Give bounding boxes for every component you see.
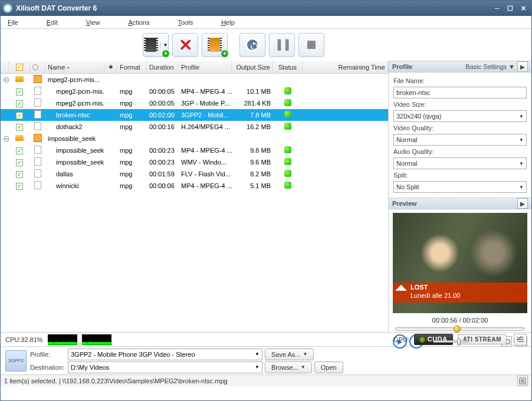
row-checkbox[interactable] <box>16 183 23 190</box>
status-ready-icon <box>284 146 291 153</box>
col-format[interactable]: Format <box>117 61 147 73</box>
minimize-button[interactable]: ─ <box>491 4 503 13</box>
cell-format: mpg <box>117 100 147 107</box>
cell-output: 7.8 MB <box>232 111 273 119</box>
delete-button[interactable]: ✕ <box>172 33 198 57</box>
menubar: File Edit View Actions Tools Help <box>1 16 531 29</box>
menu-edit[interactable]: Edit <box>44 18 60 27</box>
profile-format-icon: 3GPP2 <box>5 350 27 372</box>
menu-file[interactable]: File <box>5 18 21 27</box>
cell-format: mpg <box>117 182 147 189</box>
videosize-label: Video Size: <box>393 101 527 108</box>
folder-icon <box>15 76 24 82</box>
stop-button[interactable] <box>298 33 324 57</box>
menu-view[interactable]: View <box>84 18 103 27</box>
menu-tools[interactable]: Tools <box>175 18 195 27</box>
status-ready-icon <box>284 170 291 177</box>
split-select[interactable]: No Split▼ <box>393 181 527 193</box>
filename-input[interactable]: broken-ntsc <box>393 87 527 98</box>
cell-duration: 00:01:59 <box>147 170 179 178</box>
col-remaining[interactable]: Remaining Time <box>303 61 388 73</box>
videosize-select[interactable]: 320x240 (qvga)▼ <box>393 110 527 122</box>
open-button[interactable]: Open <box>314 361 343 373</box>
doc-icon <box>34 181 41 189</box>
cell-duration: 00:00:05 <box>147 88 179 95</box>
table-row[interactable]: mpeg2-pcm-mis...mpg00:00:05MP4 - MPEG-4 … <box>1 86 388 97</box>
convert-button[interactable] <box>239 33 265 57</box>
destination-select[interactable]: D:\My Videos▼ <box>68 361 262 373</box>
channel-logo-icon <box>395 285 407 291</box>
col-name[interactable]: Name▲ <box>45 61 104 73</box>
close-button[interactable]: ✕ <box>517 4 529 13</box>
maximize-button[interactable]: ☐ <box>504 4 516 13</box>
basic-settings-link[interactable]: Basic Settings ▼ <box>465 63 515 70</box>
volume-slider[interactable] <box>433 340 468 343</box>
preview-video[interactable]: LOST Lunedì alle 21.00 <box>393 213 527 313</box>
row-checkbox[interactable] <box>16 88 23 96</box>
preview-banner: LOST Lunedì alle 21.00 <box>393 282 527 303</box>
add-profile-button[interactable]: + <box>202 33 228 57</box>
cell-format: mpg <box>117 147 147 154</box>
cell-name: impossible_seek <box>45 135 104 142</box>
audioquality-select[interactable]: Normal▼ <box>393 157 527 169</box>
status-text: 1 item(s) selected. | \\192.168.0.223\Vi… <box>4 377 228 384</box>
table-row[interactable]: dallasmpg00:01:59FLV - Flash Vid...8.2 M… <box>1 168 388 180</box>
delete-icon: ✕ <box>179 35 192 55</box>
menu-help[interactable]: Help <box>219 18 237 27</box>
ati-badge[interactable]: ATI STREAM <box>458 334 507 344</box>
row-checkbox[interactable] <box>16 124 23 131</box>
profile-panel-body: File Name: broken-ntsc Video Size: 320x2… <box>389 73 531 198</box>
videoquality-select[interactable]: Normal▼ <box>393 134 527 146</box>
browse-button[interactable]: Browse...▼ <box>265 361 312 373</box>
check-all-checkbox[interactable] <box>16 64 23 71</box>
pause-icon: ▐▐ <box>274 40 290 50</box>
settings-button[interactable] <box>514 334 527 346</box>
expand-icon[interactable]: ⊖ <box>3 134 9 143</box>
cell-name: winnicki <box>45 182 104 189</box>
profile-select[interactable]: 3GPP2 - Mobile Phone 3GP Video - Stereo▼ <box>68 349 262 360</box>
profile-expand-button[interactable]: ▶ <box>517 61 528 72</box>
menu-actions[interactable]: Actions <box>126 18 152 27</box>
cell-output: 9.8 MB <box>232 147 273 154</box>
saveas-button[interactable]: Save As...▼ <box>265 349 314 360</box>
refresh-icon <box>245 38 260 52</box>
col-output[interactable]: Output Size <box>232 61 273 73</box>
table-row[interactable]: impossible_seek...mpg00:00:23WMV - Windo… <box>1 156 388 168</box>
row-checkbox[interactable] <box>16 159 23 166</box>
col-type-icon[interactable] <box>30 61 45 73</box>
window-title: Xilisoft DAT Converter 6 <box>16 4 491 12</box>
doc-icon <box>34 122 41 130</box>
pause-button[interactable]: ▐▐ <box>269 33 295 57</box>
preview-panel-title: Preview <box>392 200 417 207</box>
row-checkbox[interactable] <box>16 112 23 119</box>
cell-output: 8.2 MB <box>232 170 273 178</box>
table-row[interactable]: broken-ntscmpg00:02:003GPP2 - Mobil...7.… <box>1 109 388 121</box>
add-file-button[interactable]: +▼ <box>143 33 169 57</box>
table-row[interactable]: ⊖mpeg2-pcm-mis... <box>1 74 388 86</box>
cuda-badge[interactable]: ◉CUDA <box>414 334 452 345</box>
status-ready-icon <box>284 123 291 130</box>
expand-icon[interactable]: ⊖ <box>3 75 9 84</box>
cpu-gpu-bar: CPU:32.81% GPU: ◉CUDA ATI STREAM <box>1 332 531 346</box>
preview-expand-button[interactable]: ▶ <box>517 198 528 209</box>
cell-name: broken-ntsc <box>45 111 104 119</box>
table-row[interactable]: mpeg2-pcm-mis...mpg00:00:053GP - Mobile … <box>1 97 388 109</box>
table-row[interactable]: ⊖impossible_seek <box>1 133 388 144</box>
cell-name: mpeg2-pcm-mis... <box>45 100 104 107</box>
cell-name: mpeg2-pcm-mis... <box>45 88 104 95</box>
col-duration[interactable]: Duration <box>147 61 179 73</box>
seek-slider[interactable] <box>395 327 525 331</box>
table-row[interactable]: dothack2mpg00:00:16H.264/MPEG4 ...16.2 M… <box>1 121 388 133</box>
row-checkbox[interactable] <box>16 171 23 178</box>
col-star[interactable]: ★ <box>104 61 117 73</box>
cell-output: 5.1 MB <box>232 182 273 189</box>
col-profile[interactable]: Profile <box>179 61 232 73</box>
table-row[interactable]: winnickimpg00:00:06MP4 - MPEG-4 ...5.1 M… <box>1 180 388 192</box>
col-status[interactable]: Status <box>273 61 303 73</box>
row-checkbox[interactable] <box>16 100 23 107</box>
preview-panel-header: Preview ▶ <box>389 198 531 209</box>
row-checkbox[interactable] <box>16 147 23 155</box>
log-button[interactable] <box>517 376 528 386</box>
table-row[interactable]: impossible_seek...mpg00:00:23MP4 - MPEG-… <box>1 144 388 156</box>
doc-icon <box>34 87 41 95</box>
